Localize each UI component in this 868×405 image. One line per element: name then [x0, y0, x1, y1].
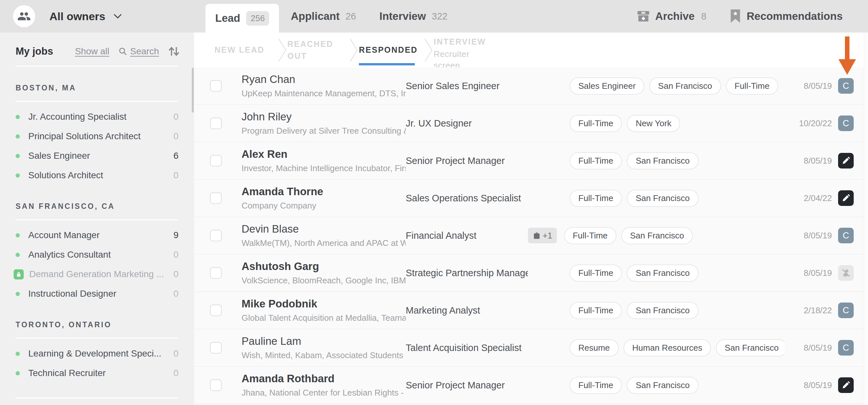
- candidate-job-title: Strategic Partnership Manager: [406, 268, 528, 279]
- tab-label: Lead: [215, 12, 240, 24]
- row-meta: 8/05/19 C: [793, 340, 868, 355]
- top-action[interactable]: Archive 8: [637, 10, 706, 23]
- chip-count: +1: [542, 231, 552, 241]
- candidate-subtitle: UpKeep Maintenance Management, DTS, Inc,…: [242, 88, 406, 98]
- job-location-section: SAN FRANCISCO, CA Account Manager 9: [0, 202, 194, 303]
- candidate-subtitle: WalkMe(TM), North America and APAC at Wa…: [242, 238, 406, 248]
- pipeline-tabs: Lead 256 Applicant 26 Interview 322: [194, 0, 459, 32]
- candidate-row[interactable]: Ryan Chan UpKeep Maintenance Management,…: [194, 67, 868, 105]
- job-label: Principal Solutions Architect: [28, 131, 168, 142]
- candidate-row[interactable]: Amanda Thorne Company Company Sales Oper…: [194, 179, 868, 217]
- person-slash-badge[interactable]: [838, 265, 854, 281]
- candidate-subtitle: Jhana, National Center for Lesbian Right…: [242, 388, 406, 398]
- owner-dropdown-label[interactable]: All owners: [50, 10, 105, 23]
- row-checkbox[interactable]: [210, 80, 222, 92]
- sidebar-job-item[interactable]: Analytics Consultant 0: [0, 245, 194, 264]
- sidebar-job-item[interactable]: Learning & Development Speci... 0: [0, 344, 194, 364]
- row-checkbox[interactable]: [210, 379, 222, 391]
- sidebar-job-item[interactable]: Account Manager 9: [0, 226, 194, 245]
- row-checkbox[interactable]: [210, 117, 222, 129]
- stage-label: REACHED OUT: [287, 38, 334, 62]
- row-meta: 8/05/19: [793, 265, 868, 281]
- tab-count-badge: 256: [246, 11, 269, 26]
- owner-initial-badge[interactable]: C: [838, 228, 854, 243]
- row-date: 2/18/22: [793, 306, 832, 316]
- sidebar-job-item[interactable]: Jr. Accounting Specialist 0: [0, 107, 194, 126]
- sidebar-job-item[interactable]: Demand Generation Marketing ... 0: [0, 264, 194, 284]
- sidebar: All owners My jobs Show all Search BOST: [0, 0, 194, 405]
- job-count: 0: [173, 131, 179, 142]
- row-checkbox[interactable]: [210, 305, 222, 316]
- sidebar-divider: [16, 66, 179, 67]
- briefcase-plus-chip[interactable]: +1: [528, 228, 557, 243]
- candidate-identity: Ryan Chan UpKeep Maintenance Management,…: [242, 73, 406, 98]
- show-all-link[interactable]: Show all: [75, 46, 109, 57]
- location-heading: TORONTO, ONTARIO: [16, 320, 179, 329]
- search-link[interactable]: Search: [118, 46, 159, 57]
- owner-initial-badge[interactable]: C: [838, 302, 854, 318]
- top-action-label: Recommendations: [747, 10, 843, 23]
- row-checkbox[interactable]: [210, 192, 222, 204]
- row-checkbox[interactable]: [210, 267, 222, 279]
- candidate-row[interactable]: Alex Ren Investor, Machine Intelligence …: [194, 142, 868, 179]
- top-action-label: Archive: [655, 10, 695, 23]
- tag-pill: San Francisco: [627, 302, 698, 319]
- owner-initial-badge[interactable]: C: [838, 115, 854, 131]
- pencil-icon: [842, 156, 850, 165]
- person-slash-icon: [841, 268, 851, 278]
- owner-initial: C: [843, 81, 849, 91]
- job-location-section: TORONTO, ONTARIO Learning & Development …: [0, 320, 194, 383]
- owner-initial-badge[interactable]: C: [838, 78, 854, 94]
- avatar[interactable]: [13, 5, 35, 27]
- search-icon: [118, 47, 127, 56]
- tag-pill: San Francisco: [649, 78, 721, 95]
- candidate-identity: Amanda Rothbard Jhana, National Center f…: [242, 373, 406, 398]
- candidate-row[interactable]: Pauline Lam Wish, Minted, Kabam, Associa…: [194, 329, 868, 367]
- candidate-row[interactable]: John Riley Program Delivery at Silver Tr…: [194, 105, 868, 142]
- candidate-row[interactable]: Ashutosh Garg VolkScience, BloomReach, G…: [194, 254, 868, 292]
- pipeline-stage[interactable]: REACHED OUT: [287, 32, 348, 67]
- sidebar-job-item[interactable]: Sales Engineer 6: [0, 146, 194, 166]
- tag-pill: San Francisco: [621, 227, 693, 244]
- candidate-row[interactable]: Amanda Rothbard Jhana, National Center f…: [194, 367, 868, 404]
- candidate-name: Ashutosh Garg: [242, 260, 406, 272]
- stage-separator-chevron: [278, 38, 286, 62]
- row-checkbox[interactable]: [210, 342, 222, 354]
- job-label: Analytics Consultant: [28, 250, 168, 260]
- candidate-job-title: Talent Acquisition Specialist: [406, 343, 528, 353]
- pipeline-stage[interactable]: NEW LEAD: [215, 32, 277, 67]
- job-count: 0: [173, 269, 179, 280]
- candidate-tags: ResumeHuman ResourcesSan Francisco ...: [528, 339, 785, 356]
- sidebar-scrollbar-thumb[interactable]: [192, 68, 194, 113]
- candidate-row[interactable]: Mike Podobnik Global Talent Acquisition …: [194, 292, 868, 329]
- tag-pill: Full-Time: [569, 152, 622, 170]
- owner-initial-badge[interactable]: C: [838, 340, 854, 355]
- job-label: Jr. Accounting Specialist: [28, 112, 168, 122]
- row-checkbox[interactable]: [210, 230, 222, 241]
- owner-selector[interactable]: All owners: [0, 0, 194, 32]
- sidebar-job-item[interactable]: Instructional Designer 0: [0, 284, 194, 303]
- sidebar-job-item[interactable]: Solutions Architect 0: [0, 166, 194, 185]
- pipeline-tab[interactable]: Applicant 26: [279, 0, 368, 32]
- pipeline-tab[interactable]: Interview 322: [368, 0, 459, 32]
- tag-pill: Full-Time: [726, 78, 778, 95]
- edit-note-badge[interactable]: [838, 377, 854, 393]
- job-label: Instructional Designer: [28, 289, 168, 299]
- top-action[interactable]: Recommendations: [730, 9, 843, 23]
- row-date: 8/05/19: [793, 380, 832, 390]
- candidate-row[interactable]: Devin Blase WalkMe(TM), North America an…: [194, 217, 868, 254]
- row-checkbox[interactable]: [210, 155, 222, 167]
- candidate-tags: Full-TimeNew York: [528, 115, 785, 132]
- pipeline-tab[interactable]: Lead 256: [206, 4, 279, 32]
- pipeline-stage[interactable]: INTERVIEW Recruiter screen: [434, 32, 502, 67]
- edit-note-badge[interactable]: [838, 190, 854, 206]
- pipeline-stage[interactable]: RESPONDED: [359, 32, 423, 67]
- sidebar-job-item[interactable]: Technical Recruiter 0: [0, 364, 194, 383]
- edit-note-badge[interactable]: [838, 153, 854, 169]
- topbar: Lead 256 Applicant 26 Interview 322: [194, 0, 868, 32]
- sort-button[interactable]: [168, 46, 180, 57]
- sidebar-job-item[interactable]: Principal Solutions Architect 0: [0, 126, 194, 146]
- stage-wrap: INTERVIEW Recruiter screen: [423, 32, 502, 67]
- main-scrollbar[interactable]: [864, 32, 868, 405]
- job-count: 0: [173, 250, 179, 260]
